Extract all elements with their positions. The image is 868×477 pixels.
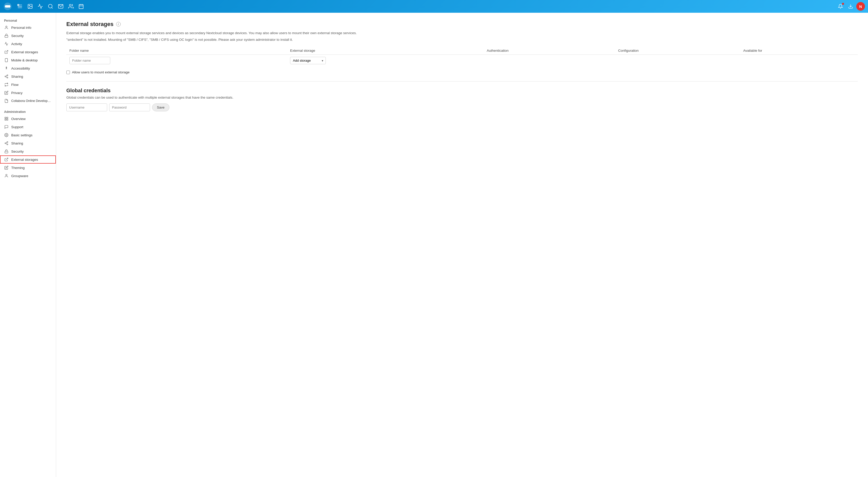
sidebar-item-security-admin[interactable]: Security	[0, 147, 56, 156]
mobile-icon	[4, 58, 9, 62]
notifications-icon[interactable]	[836, 2, 845, 11]
lock-icon	[4, 33, 9, 38]
sidebar-item-theming[interactable]: Theming	[0, 164, 56, 172]
svg-point-40	[6, 174, 7, 176]
table-row: Add storage Amazon S3 FTP Local NextClou…	[66, 55, 858, 67]
svg-point-35	[7, 144, 8, 145]
admin-section-title: Administration	[0, 108, 56, 115]
sidebar-item-collabora[interactable]: Collabora Online Development Edit...	[0, 97, 56, 105]
flow-icon	[4, 82, 9, 87]
sidebar-item-sharing-personal[interactable]: Sharing	[0, 72, 56, 80]
svg-line-39	[6, 158, 8, 160]
global-credentials-desc: Global credentials can be used to authen…	[66, 96, 858, 99]
table-header-row: Folder name External storage Authenticat…	[66, 47, 858, 55]
sidebar-item-label: Overview	[11, 117, 26, 121]
downloads-icon[interactable]	[846, 2, 855, 11]
sidebar-item-activity[interactable]: Activity	[0, 40, 56, 48]
svg-line-8	[52, 7, 53, 8]
svg-rect-30	[5, 119, 6, 120]
sidebar-item-privacy[interactable]: Privacy	[0, 89, 56, 97]
info-icon[interactable]: i	[116, 22, 121, 27]
sidebar-item-basic-settings[interactable]: Basic settings	[0, 131, 56, 139]
lock-admin-icon	[4, 149, 9, 154]
username-input[interactable]	[66, 103, 107, 111]
warning-text: "smbclient" is not installed. Mounting o…	[66, 38, 858, 41]
sidebar-item-label: Security	[11, 149, 24, 154]
sidebar-item-groupware[interactable]: Groupware	[0, 172, 56, 180]
folder-name-input[interactable]	[69, 57, 110, 64]
folder-name-cell	[66, 55, 287, 67]
svg-point-24	[5, 76, 6, 77]
sidebar-item-label: Mobile & desktop	[11, 58, 38, 62]
credentials-row: Save	[66, 103, 858, 111]
privacy-icon	[4, 91, 9, 95]
groupware-icon	[4, 173, 9, 178]
col-external-storage: External storage	[287, 47, 484, 55]
global-credentials-title: Global credentials	[66, 88, 858, 94]
sidebar-item-mobile-desktop[interactable]: Mobile & desktop	[0, 56, 56, 64]
svg-point-3	[6, 5, 9, 8]
password-input[interactable]	[109, 103, 150, 111]
app-logo[interactable]	[3, 2, 12, 11]
photos-icon[interactable]	[26, 2, 35, 11]
calendar-icon[interactable]	[76, 2, 86, 11]
main-content: External storages i External storage ena…	[56, 13, 868, 477]
accessibility-icon	[4, 66, 9, 71]
sidebar-item-personal-info[interactable]: Personal info	[0, 24, 56, 32]
activity-sidebar-icon	[4, 41, 9, 46]
sidebar-item-label: Sharing	[11, 75, 23, 78]
svg-rect-19	[5, 58, 7, 62]
sidebar-item-support[interactable]: Support	[0, 123, 56, 131]
sidebar-item-label: Activity	[11, 42, 22, 46]
files-icon[interactable]	[15, 2, 25, 11]
svg-point-33	[7, 141, 8, 142]
svg-rect-11	[79, 5, 84, 9]
page-title-area: External storages i	[66, 21, 858, 28]
allow-mount-row: Allow users to mount external storage	[66, 70, 858, 74]
personal-section-title: Personal	[0, 17, 56, 24]
external-link-icon	[4, 50, 9, 54]
sidebar-item-accessibility[interactable]: Accessibility	[0, 64, 56, 72]
col-folder-name: Folder name	[66, 47, 287, 55]
svg-rect-29	[7, 117, 8, 118]
save-button[interactable]: Save	[152, 103, 169, 111]
svg-point-34	[5, 143, 6, 144]
sidebar-item-flow[interactable]: Flow	[0, 80, 56, 89]
sidebar-item-label: Flow	[11, 83, 19, 87]
search-icon[interactable]	[46, 2, 55, 11]
sidebar: Personal Personal info Security Activity…	[0, 13, 56, 477]
sidebar-item-security[interactable]: Security	[0, 32, 56, 40]
storage-table: Folder name External storage Authenticat…	[66, 47, 858, 66]
sidebar-item-label: Basic settings	[11, 133, 32, 137]
svg-rect-17	[5, 35, 8, 37]
overview-icon	[4, 116, 9, 121]
user-avatar[interactable]: N	[856, 2, 865, 11]
share-icon	[4, 74, 9, 79]
sidebar-item-label: Groupware	[11, 174, 28, 178]
svg-line-36	[6, 143, 7, 144]
contacts-icon[interactable]	[66, 2, 75, 11]
allow-mount-checkbox[interactable]	[66, 71, 70, 74]
section-divider	[66, 81, 858, 81]
svg-point-21	[6, 67, 7, 68]
sidebar-item-external-storages-personal[interactable]: External storages	[0, 48, 56, 56]
sidebar-item-label: External storages	[11, 50, 38, 54]
col-configuration: Configuration	[615, 47, 740, 55]
svg-point-7	[49, 4, 52, 8]
svg-rect-38	[5, 151, 8, 153]
allow-mount-label[interactable]: Allow users to mount external storage	[72, 70, 130, 74]
sidebar-item-label: Theming	[11, 166, 25, 170]
sidebar-item-label: Support	[11, 125, 23, 129]
svg-point-16	[6, 26, 7, 27]
sidebar-item-sharing-admin[interactable]: Sharing	[0, 139, 56, 147]
svg-line-37	[6, 142, 7, 143]
svg-rect-4	[18, 4, 19, 6]
external-storages-admin-icon	[4, 157, 9, 162]
sidebar-item-label: Accessibility	[11, 67, 30, 70]
mail-icon[interactable]	[56, 2, 65, 11]
add-storage-select[interactable]: Add storage Amazon S3 FTP Local NextClou…	[290, 57, 326, 64]
activity-icon[interactable]	[36, 2, 45, 11]
svg-line-26	[6, 77, 7, 77]
sidebar-item-overview[interactable]: Overview	[0, 115, 56, 123]
sidebar-item-external-storages-admin[interactable]: External storages	[0, 156, 56, 164]
